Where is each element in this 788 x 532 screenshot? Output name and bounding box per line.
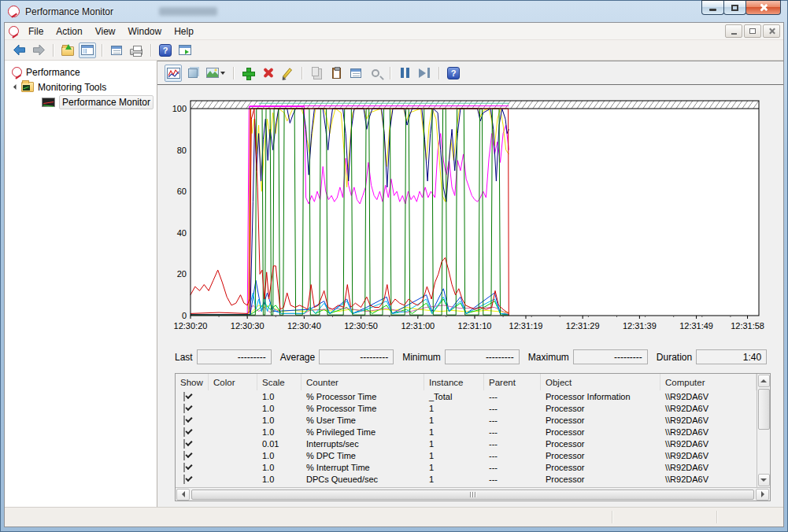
column-header-parent[interactable]: Parent — [484, 374, 541, 390]
svg-text:12:30:50: 12:30:50 — [344, 321, 378, 331]
show-checkbox[interactable] — [183, 451, 185, 460]
svg-text:20: 20 — [177, 269, 187, 279]
legend-vertical-scrollbar[interactable] — [757, 374, 770, 487]
close-button[interactable] — [745, 0, 781, 15]
back-button[interactable] — [10, 42, 28, 58]
column-header-scale[interactable]: Scale — [257, 374, 302, 390]
menu-window[interactable]: Window — [122, 24, 168, 39]
stats-bar: Last --------- Average --------- Minimum… — [175, 349, 771, 364]
perfmon-app-icon — [8, 6, 20, 17]
export-button[interactable] — [59, 42, 76, 58]
back-icon — [13, 44, 26, 56]
child-minimize-icon — [731, 33, 737, 35]
zoom-icon — [372, 69, 379, 77]
menu-file[interactable]: File — [22, 24, 50, 39]
title-bar[interactable]: Performance Monitor — [1, 1, 787, 22]
delete-counter-button[interactable] — [259, 65, 276, 82]
view-log-data-button[interactable] — [184, 65, 202, 82]
add-counter-button[interactable] — [239, 65, 257, 82]
counter-row[interactable]: 1.0 % Processor Time 1 --- Processor \\R… — [176, 402, 757, 414]
column-header-counter[interactable]: Counter — [302, 374, 424, 390]
show-checkbox[interactable] — [183, 404, 185, 413]
svg-text:12:31:39: 12:31:39 — [623, 321, 657, 331]
performance-chart-icon — [42, 98, 55, 107]
expander-triangle-icon[interactable] — [13, 84, 19, 90]
column-header-instance[interactable]: Instance — [424, 374, 484, 390]
counter-row[interactable]: 1.0 DPCs Queued/sec 1 --- Processor \\R9… — [176, 473, 757, 485]
computer-cell: \\R92DA6V — [660, 392, 757, 401]
menu-action[interactable]: Action — [50, 24, 88, 39]
counter-row[interactable]: 1.0 % Processor Time _Total --- Processo… — [176, 390, 757, 402]
scroll-right-button[interactable] — [756, 489, 769, 501]
counter-row[interactable]: 1.0 % Privileged Time 1 --- Processor \\… — [176, 426, 757, 438]
counter-row[interactable]: 1.0 % User Time 1 --- Processor \\R92DA6… — [176, 414, 757, 426]
action-pane-toggle-button[interactable] — [176, 42, 194, 58]
help-icon — [447, 67, 460, 79]
perfmon-help-button[interactable] — [445, 65, 462, 82]
help-button[interactable] — [157, 42, 174, 58]
copy-properties-button[interactable] — [308, 65, 325, 82]
toolbar-separator — [150, 44, 151, 57]
object-cell: Processor — [541, 451, 660, 460]
column-header-show[interactable]: Show — [176, 374, 209, 390]
horizontal-scroll-thumb[interactable] — [191, 490, 754, 500]
column-header-color[interactable]: Color — [209, 374, 257, 390]
console-window-icon[interactable] — [9, 26, 19, 36]
minimize-button[interactable] — [701, 0, 724, 15]
menu-help[interactable]: Help — [168, 24, 200, 39]
blurred-title-text — [159, 7, 217, 16]
maximize-button[interactable] — [723, 0, 746, 15]
console-tree-toggle-button[interactable] — [79, 42, 96, 58]
show-checkbox[interactable] — [183, 416, 185, 425]
object-cell: Processor — [541, 439, 660, 449]
zoom-button[interactable] — [367, 65, 384, 82]
instance-cell: 1 — [424, 427, 484, 437]
update-data-button[interactable] — [416, 65, 433, 82]
forward-icon — [32, 44, 46, 56]
properties-icon — [350, 68, 361, 78]
tree-item-performance-monitor[interactable]: Performance Monitor — [5, 94, 157, 109]
paste-counter-list-button[interactable] — [327, 65, 345, 82]
vertical-scroll-thumb[interactable] — [758, 389, 770, 430]
svg-text:12:31:29: 12:31:29 — [566, 321, 600, 331]
instance-cell: 1 — [424, 439, 484, 449]
scroll-up-button[interactable] — [758, 375, 770, 387]
show-checkbox[interactable] — [183, 463, 185, 472]
menu-view[interactable]: View — [89, 24, 122, 39]
show-checkbox[interactable] — [183, 439, 185, 449]
graph-view: 10080604020012:30:2012:30:3012:30:4012:3… — [157, 85, 783, 507]
child-close-button[interactable] — [763, 24, 780, 38]
highlight-button[interactable] — [279, 65, 296, 82]
scroll-down-button[interactable] — [758, 474, 770, 486]
forward-button[interactable] — [30, 42, 47, 58]
toolbar-separator — [438, 67, 439, 79]
counter-row[interactable]: 1.0 % Interrupt Time 1 --- Processor \\R… — [176, 461, 757, 473]
properties-button[interactable] — [347, 65, 364, 82]
arrow-right-icon — [761, 491, 764, 497]
legend-horizontal-scrollbar[interactable] — [176, 487, 770, 501]
print-button[interactable] — [128, 42, 145, 58]
view-current-activity-icon — [167, 68, 180, 79]
instance-cell: 1 — [424, 416, 484, 425]
column-header-object[interactable]: Object — [541, 374, 660, 390]
counter-cell: % Interrupt Time — [302, 463, 424, 472]
child-minimize-button[interactable] — [725, 24, 742, 38]
scroll-left-button[interactable] — [176, 489, 190, 501]
instance-cell: 1 — [424, 404, 484, 413]
tree-item-monitoring-tools[interactable]: Monitoring Tools — [5, 79, 157, 94]
properties-list-button[interactable] — [108, 42, 125, 58]
show-checkbox[interactable] — [183, 427, 185, 437]
child-restore-button[interactable] — [744, 24, 761, 38]
object-cell: Processor — [541, 427, 660, 437]
freeze-display-button[interactable] — [396, 65, 413, 82]
scale-cell: 1.0 — [257, 463, 302, 472]
change-graph-type-button[interactable] — [204, 65, 228, 82]
counter-row[interactable]: 0.01 Interrupts/sec 1 --- Processor \\R9… — [176, 438, 757, 449]
paste-clipboard-icon — [332, 68, 341, 79]
tree-item-performance[interactable]: Performance — [5, 65, 157, 79]
column-header-computer[interactable]: Computer — [660, 374, 757, 390]
show-checkbox[interactable] — [183, 475, 185, 484]
view-current-activity-button[interactable] — [165, 65, 182, 82]
show-checkbox[interactable] — [183, 392, 185, 401]
counter-row[interactable]: 1.0 % DPC Time 1 --- Processor \\R92DA6V — [176, 449, 757, 461]
